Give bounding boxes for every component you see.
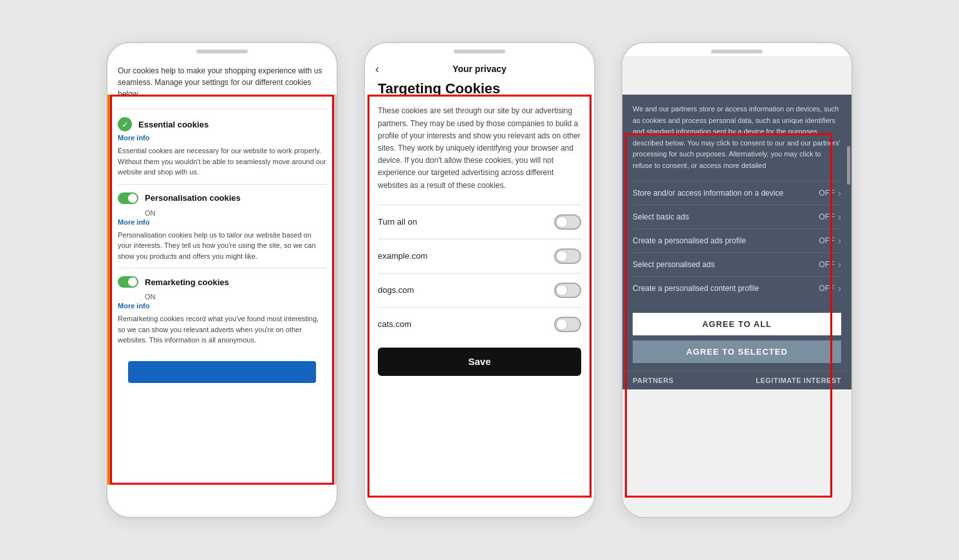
pref-label-2: Create a personalised ads profile (633, 236, 819, 245)
dogs-com-toggle[interactable] (554, 283, 581, 298)
targeting-title: Targeting Cookies (378, 80, 581, 97)
phone-1-bottom-button[interactable] (128, 361, 316, 383)
pref-right-0: OFF › (819, 188, 841, 198)
phone-3-footer: PARTNERS LEGITIMATE INTEREST (622, 371, 852, 389)
example-com-toggle[interactable] (554, 248, 581, 264)
essential-header: ✓ Essential cookies (118, 117, 326, 131)
pref-label-3: Select personalised ads (633, 260, 819, 269)
personalisation-header: Personalisation cookies (118, 192, 326, 204)
phone-1-intro: Our cookies help to make your shopping e… (118, 65, 326, 100)
essential-desc: Essential cookies are necessary for our … (118, 145, 326, 178)
phone-2-nav-title: Your privacy (452, 64, 507, 74)
pref-right-2: OFF › (819, 236, 841, 246)
turn-all-on-label: Turn all on (378, 217, 417, 227)
phone-3-dark-panel: We and our partners store or access info… (622, 95, 852, 306)
pref-row-3[interactable]: Select personalised ads OFF › (633, 252, 841, 276)
toggle-row-2: dogs.com (378, 273, 581, 307)
cats-com-toggle[interactable] (554, 317, 581, 332)
phone-2-wrapper: ‹ Your privacy Targeting Cookies These c… (364, 42, 595, 518)
phone-1-content: Our cookies help to make your shopping e… (107, 56, 337, 517)
phone-1-wrapper: Our cookies help to make your shopping e… (106, 42, 338, 518)
phone-2: ‹ Your privacy Targeting Cookies These c… (364, 42, 595, 518)
phone-1-body: Our cookies help to make your shopping e… (107, 56, 337, 393)
essential-more-info[interactable]: More info (118, 134, 326, 142)
phone-3-wrapper: We and our partners store or access info… (621, 42, 853, 518)
phone-2-nav: ‹ Your privacy (365, 56, 594, 78)
save-button[interactable]: Save (378, 348, 581, 376)
pref-label-0: Store and/or access information on a dev… (633, 189, 819, 198)
targeting-desc: These cookies are set through our site b… (378, 105, 581, 191)
pref-value-2: OFF (819, 236, 834, 245)
toggle-row-1: example.com (378, 239, 581, 273)
pref-chevron-3: › (838, 259, 841, 270)
remarketing-more-info[interactable]: More info (118, 302, 326, 310)
pref-label-1: Select basic ads (633, 212, 819, 221)
personalisation-desc: Personalisation cookies help us to tailo… (118, 230, 326, 262)
pref-value-4: OFF (819, 284, 834, 293)
personalisation-toggle[interactable] (118, 192, 138, 204)
essential-check-icon: ✓ (118, 117, 132, 131)
example-com-label: example.com (378, 251, 427, 261)
phone-3: We and our partners store or access info… (621, 42, 853, 518)
toggle-row-0: Turn all on (378, 205, 581, 239)
scrollbar-thumb (847, 146, 850, 185)
personalisation-title: Personalisation cookies (145, 193, 241, 203)
footer-partners[interactable]: PARTNERS (633, 377, 674, 384)
pref-value-1: OFF (819, 212, 834, 221)
pref-row-1[interactable]: Select basic ads OFF › (633, 205, 841, 229)
pref-chevron-1: › (838, 212, 841, 222)
pref-chevron-2: › (838, 236, 841, 246)
remarketing-header: Remarketing cookies (118, 276, 326, 288)
phone-3-top-space (622, 56, 852, 95)
footer-legitimate-interest[interactable]: LEGITIMATE INTEREST (756, 377, 841, 384)
pref-value-3: OFF (819, 260, 834, 269)
pref-value-0: OFF (819, 189, 834, 198)
cats-com-label: cats.com (378, 319, 411, 329)
phone-3-buttons: AGREE TO ALL AGREE TO SELECTED (622, 306, 852, 371)
pref-right-4: OFF › (819, 283, 841, 294)
pref-right-3: OFF › (819, 259, 841, 270)
essential-section: ✓ Essential cookies More info Essential … (118, 109, 326, 184)
pref-row-2[interactable]: Create a personalised ads profile OFF › (633, 229, 841, 252)
phone-3-content: We and our partners store or access info… (622, 56, 852, 517)
toggle-row-3: cats.com (378, 307, 581, 341)
personalisation-section: Personalisation cookies ON More info Per… (118, 184, 326, 268)
phone-1: Our cookies help to make your shopping e… (106, 42, 338, 518)
essential-title: Essential cookies (138, 120, 209, 129)
pref-chevron-0: › (838, 188, 841, 198)
personalisation-on-label: ON (145, 209, 156, 217)
phone-3-notch (711, 50, 763, 53)
back-button[interactable]: ‹ (375, 62, 379, 76)
agree-all-button[interactable]: AGREE TO ALL (633, 313, 841, 335)
phone-2-content: ‹ Your privacy Targeting Cookies These c… (365, 56, 594, 517)
phone-2-body: Targeting Cookies These cookies are set … (365, 78, 594, 517)
pref-right-1: OFF › (819, 212, 841, 222)
pref-row-4[interactable]: Create a personalised content profile OF… (633, 276, 841, 300)
pref-row-0[interactable]: Store and/or access information on a dev… (633, 181, 841, 205)
dogs-com-label: dogs.com (378, 285, 414, 295)
remarketing-desc: Remarketing cookies record what you've f… (118, 313, 326, 346)
pref-chevron-4: › (838, 283, 841, 294)
remarketing-title: Remarketing cookies (145, 277, 229, 287)
phone-2-notch (454, 50, 505, 53)
phone-3-intro-text: We and our partners store or access info… (633, 104, 841, 172)
personalisation-more-info[interactable]: More info (118, 218, 326, 226)
pref-label-4: Create a personalised content profile (633, 284, 819, 293)
remarketing-toggle[interactable] (118, 276, 138, 288)
phone-1-notch (196, 50, 248, 53)
agree-selected-button[interactable]: AGREE TO SELECTED (633, 341, 841, 363)
remarketing-on-label: ON (145, 293, 156, 301)
remarketing-section: Remarketing cookies ON More info Remarke… (118, 268, 326, 352)
turn-all-on-toggle[interactable] (554, 214, 581, 230)
